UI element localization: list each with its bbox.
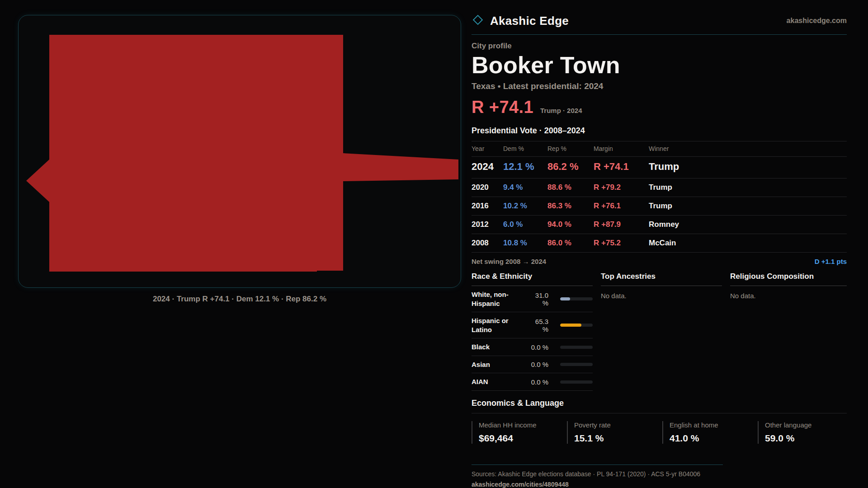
vote-cell-margin: R +75.2 <box>594 239 649 248</box>
race-heading: Race & Ethnicity <box>472 272 593 286</box>
header: Akashic Edge akashicedge.com <box>472 14 847 28</box>
race-bar-track <box>560 346 593 349</box>
vote-table: YearDem %Rep %MarginWinner 202412.1 %86.… <box>472 141 847 253</box>
stat-card: Poverty rate15.1 % <box>567 421 656 444</box>
race-label: Black <box>472 343 525 352</box>
vote-cell-margin: R +76.1 <box>594 202 649 211</box>
city-boundary-shape <box>26 35 458 272</box>
net-swing-label: Net swing 2008 → 2024 <box>472 258 546 265</box>
permalink[interactable]: akashicedge.com/cities/4809448 <box>472 481 847 488</box>
footer: Sources: Akashic Edge elections database… <box>472 465 847 488</box>
race-label: AIAN <box>472 377 525 386</box>
city-map-svg <box>19 15 461 288</box>
vote-cell-margin: R +74.1 <box>594 161 649 173</box>
subtitle: Texas • Latest presidential: 2024 <box>472 81 847 91</box>
race-rows: White, non-Hispanic31.0 %Hispanic or Lat… <box>472 286 593 391</box>
vote-cell-winner: Trump <box>649 161 847 173</box>
vote-col-header: Dem % <box>503 145 547 152</box>
vote-cell-winner: McCain <box>649 239 847 248</box>
vote-col-header: Winner <box>649 145 847 152</box>
vote-cell-winner: Romney <box>649 220 847 229</box>
race-bar-track <box>560 363 593 366</box>
stat-card: Median HH income$69,464 <box>472 421 561 444</box>
vote-cell-margin: R +87.9 <box>594 220 649 229</box>
race-bar-track <box>560 380 593 384</box>
sources-text: Sources: Akashic Edge elections database… <box>472 470 847 478</box>
stat-value: $69,464 <box>479 433 561 444</box>
vote-cell-winner: Trump <box>649 202 847 211</box>
race-bar-track <box>560 297 593 300</box>
margin-context: Trump · 2024 <box>540 107 582 114</box>
vote-cell-dem: 10.8 % <box>503 239 547 248</box>
city-map <box>18 15 461 288</box>
race-row: White, non-Hispanic31.0 % <box>472 286 593 312</box>
margin-value: R +74.1 <box>472 98 533 117</box>
vote-cell-dem: 10.2 % <box>503 202 547 211</box>
race-bar-track <box>560 324 593 327</box>
race-row: Asian0.0 % <box>472 356 593 374</box>
vote-col-header: Margin <box>594 145 649 152</box>
vote-table-header: YearDem %Rep %MarginWinner <box>472 141 847 157</box>
economics-heading: Economics & Language <box>472 399 847 413</box>
brand: Akashic Edge <box>472 14 569 28</box>
race-row: AIAN0.0 % <box>472 373 593 391</box>
header-divider <box>472 34 847 35</box>
vote-table-body: 202412.1 %86.2 %R +74.1Trump20209.4 %88.… <box>472 157 847 253</box>
vote-cell-rep: 86.0 % <box>547 239 594 248</box>
net-swing-value: D +1.1 pts <box>815 258 847 265</box>
vote-cell-year: 2024 <box>472 161 503 173</box>
stat-value: 59.0 % <box>765 433 847 444</box>
map-panel: 2024 · Trump R +74.1 · Dem 12.1 % · Rep … <box>18 15 461 304</box>
brand-domain-link[interactable]: akashicedge.com <box>787 17 847 25</box>
vote-cell-winner: Trump <box>649 183 847 192</box>
race-row: Hispanic or Latino65.3 % <box>472 312 593 338</box>
race-value: 0.0 % <box>528 343 557 351</box>
race-bar-fill <box>560 297 570 300</box>
vote-cell-year: 2012 <box>472 220 503 229</box>
vote-cell-dem: 9.4 % <box>503 183 547 192</box>
diamond-icon <box>472 14 484 28</box>
profile-panel: Akashic Edge akashicedge.com City profil… <box>472 0 847 488</box>
stat-value: 15.1 % <box>574 433 656 444</box>
stat-card: Other language59.0 % <box>758 421 847 444</box>
religion-column: Religious Composition No data. <box>730 272 847 391</box>
vote-cell-dem: 6.0 % <box>503 220 547 229</box>
race-value: 65.3 % <box>528 318 557 333</box>
vote-table-row: 200810.8 %86.0 %R +75.2McCain <box>472 234 847 253</box>
race-bar-fill <box>560 324 581 327</box>
kicker: City profile <box>472 42 847 51</box>
vote-cell-year: 2008 <box>472 239 503 248</box>
race-label: Hispanic or Latino <box>472 316 525 334</box>
race-value: 31.0 % <box>528 291 557 307</box>
stat-card: English at home41.0 % <box>662 421 751 444</box>
stat-label: Other language <box>765 421 847 429</box>
footer-divider <box>472 465 723 465</box>
vote-table-row: 20209.4 %88.6 %R +79.2Trump <box>472 178 847 197</box>
race-label: White, non-Hispanic <box>472 290 525 308</box>
vote-table-row: 20126.0 %94.0 %R +87.9Romney <box>472 216 847 234</box>
religion-heading: Religious Composition <box>730 272 847 286</box>
stat-label: English at home <box>670 421 751 429</box>
race-value: 0.0 % <box>528 378 557 386</box>
vote-col-header: Rep % <box>547 145 594 152</box>
vote-cell-dem: 12.1 % <box>503 161 547 173</box>
vote-cell-rep: 94.0 % <box>547 220 594 229</box>
stat-value: 41.0 % <box>670 433 751 444</box>
demographics-section: Race & Ethnicity White, non-Hispanic31.0… <box>472 272 847 391</box>
vote-table-row: 202412.1 %86.2 %R +74.1Trump <box>472 157 847 178</box>
race-row: Black0.0 % <box>472 338 593 356</box>
vote-cell-rep: 88.6 % <box>547 183 594 192</box>
race-value: 0.0 % <box>528 361 557 368</box>
map-caption: 2024 · Trump R +74.1 · Dem 12.1 % · Rep … <box>18 295 461 304</box>
vote-cell-margin: R +79.2 <box>594 183 649 192</box>
net-swing-row: Net swing 2008 → 2024 D +1.1 pts <box>472 253 847 265</box>
race-column: Race & Ethnicity White, non-Hispanic31.0… <box>472 272 593 391</box>
race-label: Asian <box>472 360 525 369</box>
stat-label: Median HH income <box>479 421 561 429</box>
vote-cell-year: 2020 <box>472 183 503 192</box>
religion-empty: No data. <box>730 292 847 300</box>
headline-margin: R +74.1 Trump · 2024 <box>472 98 847 117</box>
vote-table-row: 201610.2 %86.3 %R +76.1Trump <box>472 197 847 216</box>
vote-cell-rep: 86.2 % <box>547 161 594 173</box>
stat-label: Poverty rate <box>574 421 656 429</box>
